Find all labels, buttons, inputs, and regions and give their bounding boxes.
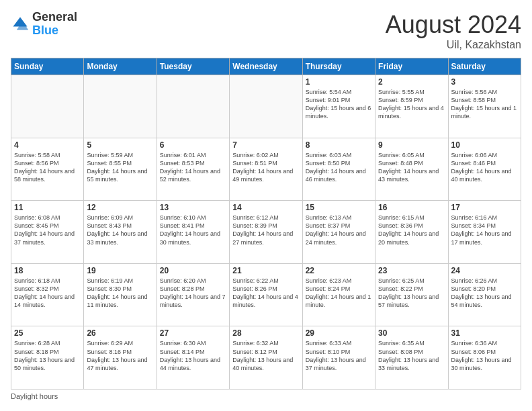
logo-text: General Blue (32, 11, 77, 38)
day-info: Sunrise: 6:33 AM Sunset: 8:10 PM Dayligh… (306, 339, 372, 372)
calendar-week-1: 1Sunrise: 5:54 AM Sunset: 9:01 PM Daylig… (11, 75, 521, 138)
day-number: 3 (451, 77, 518, 87)
day-number: 12 (87, 203, 153, 212)
calendar-cell: 30Sunrise: 6:35 AM Sunset: 8:08 PM Dayli… (375, 326, 448, 390)
day-number: 31 (451, 328, 518, 338)
day-info: Sunrise: 6:28 AM Sunset: 8:18 PM Dayligh… (14, 339, 81, 372)
calendar-cell: 17Sunrise: 6:16 AM Sunset: 8:34 PM Dayli… (448, 201, 521, 264)
calendar-week-3: 11Sunrise: 6:08 AM Sunset: 8:45 PM Dayli… (11, 201, 521, 264)
day-info: Sunrise: 6:29 AM Sunset: 8:16 PM Dayligh… (87, 339, 153, 372)
day-number: 8 (306, 140, 372, 150)
calendar-cell: 15Sunrise: 6:13 AM Sunset: 8:37 PM Dayli… (302, 201, 375, 264)
day-info: Sunrise: 6:20 AM Sunset: 8:28 PM Dayligh… (160, 277, 226, 310)
day-number: 19 (87, 266, 153, 275)
calendar-cell: 31Sunrise: 6:36 AM Sunset: 8:06 PM Dayli… (448, 326, 521, 390)
calendar-cell: 27Sunrise: 6:30 AM Sunset: 8:14 PM Dayli… (157, 326, 229, 390)
col-header-monday: Monday (84, 58, 157, 75)
day-number: 11 (14, 203, 81, 212)
calendar-cell (84, 75, 157, 138)
day-info: Sunrise: 6:26 AM Sunset: 8:20 PM Dayligh… (451, 277, 518, 310)
day-number: 29 (306, 328, 372, 338)
day-number: 26 (87, 328, 153, 338)
day-number: 27 (160, 328, 226, 338)
calendar-cell: 23Sunrise: 6:25 AM Sunset: 8:22 PM Dayli… (375, 263, 448, 326)
calendar-cell: 12Sunrise: 6:09 AM Sunset: 8:43 PM Dayli… (84, 201, 157, 264)
calendar-cell: 24Sunrise: 6:26 AM Sunset: 8:20 PM Dayli… (448, 263, 521, 326)
day-number: 15 (306, 203, 372, 212)
day-number: 21 (232, 266, 299, 275)
calendar-cell: 4Sunrise: 5:58 AM Sunset: 8:56 PM Daylig… (11, 138, 84, 201)
calendar-cell: 10Sunrise: 6:06 AM Sunset: 8:46 PM Dayli… (448, 138, 521, 201)
header: General Blue August 2024 Uil, Kazakhstan (11, 11, 521, 51)
day-info: Sunrise: 6:06 AM Sunset: 8:46 PM Dayligh… (451, 151, 518, 184)
col-header-sunday: Sunday (11, 58, 84, 75)
calendar-table: SundayMondayTuesdayWednesdayThursdayFrid… (11, 58, 521, 390)
calendar-cell: 14Sunrise: 6:12 AM Sunset: 8:39 PM Dayli… (230, 201, 302, 264)
calendar-cell: 8Sunrise: 6:03 AM Sunset: 8:50 PM Daylig… (302, 138, 375, 201)
day-info: Sunrise: 6:08 AM Sunset: 8:45 PM Dayligh… (14, 214, 81, 246)
calendar-header-row: SundayMondayTuesdayWednesdayThursdayFrid… (11, 58, 521, 75)
calendar-cell: 9Sunrise: 6:05 AM Sunset: 8:48 PM Daylig… (375, 138, 448, 201)
col-header-thursday: Thursday (302, 58, 375, 75)
day-info: Sunrise: 6:13 AM Sunset: 8:37 PM Dayligh… (306, 214, 372, 246)
day-number: 9 (378, 140, 445, 150)
calendar-cell: 7Sunrise: 6:02 AM Sunset: 8:51 PM Daylig… (230, 138, 302, 201)
calendar-cell: 25Sunrise: 6:28 AM Sunset: 8:18 PM Dayli… (11, 326, 84, 390)
calendar-cell: 21Sunrise: 6:22 AM Sunset: 8:26 PM Dayli… (230, 263, 302, 326)
day-info: Sunrise: 6:36 AM Sunset: 8:06 PM Dayligh… (451, 339, 518, 372)
day-info: Sunrise: 5:56 AM Sunset: 8:58 PM Dayligh… (451, 88, 518, 121)
calendar-cell: 28Sunrise: 6:32 AM Sunset: 8:12 PM Dayli… (230, 326, 302, 390)
col-header-saturday: Saturday (448, 58, 521, 75)
footer-note: Daylight hours (11, 392, 521, 400)
calendar-cell: 18Sunrise: 6:18 AM Sunset: 8:32 PM Dayli… (11, 263, 84, 326)
day-info: Sunrise: 6:10 AM Sunset: 8:41 PM Dayligh… (160, 214, 226, 246)
day-number: 13 (160, 203, 226, 212)
title-block: August 2024 Uil, Kazakhstan (386, 11, 521, 51)
calendar-cell: 29Sunrise: 6:33 AM Sunset: 8:10 PM Dayli… (302, 326, 375, 390)
day-number: 17 (451, 203, 518, 212)
day-number: 4 (14, 140, 81, 150)
day-number: 2 (378, 77, 445, 87)
day-info: Sunrise: 6:19 AM Sunset: 8:30 PM Dayligh… (87, 277, 153, 310)
day-info: Sunrise: 6:32 AM Sunset: 8:12 PM Dayligh… (232, 339, 299, 372)
day-info: Sunrise: 5:54 AM Sunset: 9:01 PM Dayligh… (306, 88, 372, 121)
calendar-cell: 2Sunrise: 5:55 AM Sunset: 8:59 PM Daylig… (375, 75, 448, 138)
calendar-cell: 20Sunrise: 6:20 AM Sunset: 8:28 PM Dayli… (157, 263, 229, 326)
col-header-friday: Friday (375, 58, 448, 75)
day-info: Sunrise: 6:12 AM Sunset: 8:39 PM Dayligh… (232, 214, 299, 246)
calendar-cell: 26Sunrise: 6:29 AM Sunset: 8:16 PM Dayli… (84, 326, 157, 390)
day-info: Sunrise: 6:25 AM Sunset: 8:22 PM Dayligh… (378, 277, 445, 310)
day-number: 16 (378, 203, 445, 212)
day-info: Sunrise: 6:35 AM Sunset: 8:08 PM Dayligh… (378, 339, 445, 372)
day-number: 20 (160, 266, 226, 275)
calendar-week-4: 18Sunrise: 6:18 AM Sunset: 8:32 PM Dayli… (11, 263, 521, 326)
day-info: Sunrise: 6:09 AM Sunset: 8:43 PM Dayligh… (87, 214, 153, 246)
logo-general: General (32, 11, 77, 24)
day-info: Sunrise: 6:16 AM Sunset: 8:34 PM Dayligh… (451, 214, 518, 246)
month-title: August 2024 (386, 11, 521, 39)
calendar-cell: 13Sunrise: 6:10 AM Sunset: 8:41 PM Dayli… (157, 201, 229, 264)
day-number: 18 (14, 266, 81, 275)
col-header-wednesday: Wednesday (230, 58, 302, 75)
calendar-cell: 6Sunrise: 6:01 AM Sunset: 8:53 PM Daylig… (157, 138, 229, 201)
logo: General Blue (11, 11, 77, 38)
day-info: Sunrise: 6:18 AM Sunset: 8:32 PM Dayligh… (14, 277, 81, 310)
day-info: Sunrise: 5:55 AM Sunset: 8:59 PM Dayligh… (378, 88, 445, 121)
day-number: 6 (160, 140, 226, 150)
calendar-cell: 3Sunrise: 5:56 AM Sunset: 8:58 PM Daylig… (448, 75, 521, 138)
day-number: 22 (306, 266, 372, 275)
calendar-cell (230, 75, 302, 138)
day-number: 25 (14, 328, 81, 338)
day-info: Sunrise: 5:59 AM Sunset: 8:55 PM Dayligh… (87, 151, 153, 184)
calendar-cell: 1Sunrise: 5:54 AM Sunset: 9:01 PM Daylig… (302, 75, 375, 138)
day-number: 5 (87, 140, 153, 150)
calendar-week-2: 4Sunrise: 5:58 AM Sunset: 8:56 PM Daylig… (11, 138, 521, 201)
day-number: 1 (306, 77, 372, 87)
calendar-cell (157, 75, 229, 138)
day-number: 7 (232, 140, 299, 150)
day-info: Sunrise: 6:01 AM Sunset: 8:53 PM Dayligh… (160, 151, 226, 184)
day-number: 10 (451, 140, 518, 150)
location-title: Uil, Kazakhstan (386, 39, 521, 51)
col-header-tuesday: Tuesday (157, 58, 229, 75)
day-info: Sunrise: 6:30 AM Sunset: 8:14 PM Dayligh… (160, 339, 226, 372)
